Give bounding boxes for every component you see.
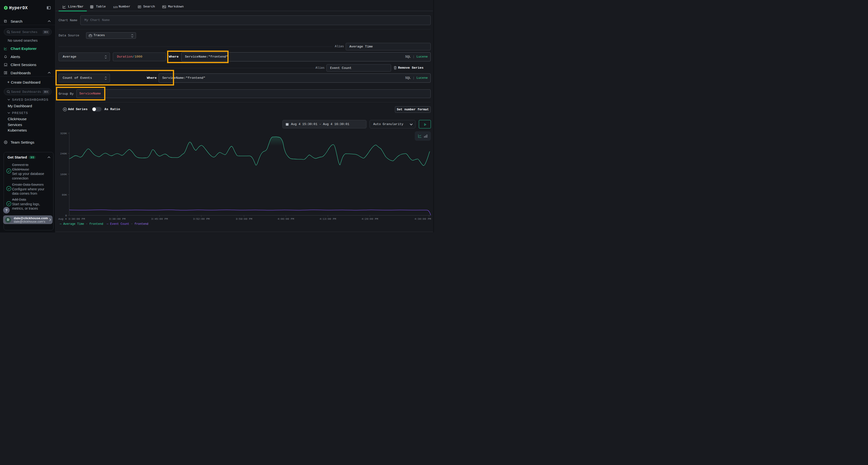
svg-text:160K: 160K [60, 173, 67, 176]
svg-text:4:13:00 PM: 4:13:00 PM [319, 217, 336, 221]
svg-text:3:52:00 PM: 3:52:00 PM [193, 217, 210, 221]
svg-text:4:06:00 PM: 4:06:00 PM [278, 217, 294, 221]
svg-text:3:45:00 PM: 3:45:00 PM [151, 217, 168, 221]
svg-text:Aug 4 3:30:00 PM: Aug 4 3:30:00 PM [58, 217, 85, 221]
svg-text:0: 0 [65, 214, 67, 217]
svg-text:240K: 240K [60, 152, 67, 155]
svg-text:3:59:00 PM: 3:59:00 PM [236, 217, 252, 221]
svg-text:4:30:00 PM: 4:30:00 PM [414, 217, 431, 221]
svg-text:320K: 320K [60, 132, 67, 135]
svg-text:80K: 80K [62, 193, 67, 196]
svg-text:4:20:00 PM: 4:20:00 PM [362, 217, 378, 221]
svg-text:3:38:00 PM: 3:38:00 PM [109, 217, 126, 221]
